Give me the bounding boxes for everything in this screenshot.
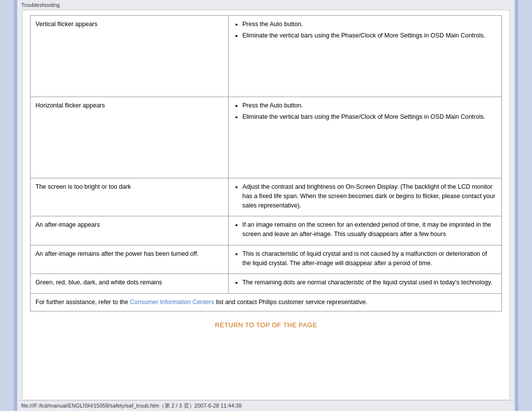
solution-cell: If an image remains on the screen for an… bbox=[228, 216, 501, 245]
problem-cell: Vertical flicker appears bbox=[31, 16, 229, 97]
left-sidebar-inner bbox=[0, 0, 14, 411]
problem-text: An after-image remains after the power h… bbox=[35, 250, 199, 257]
left-sidebar bbox=[0, 0, 17, 411]
status-bar: file:///F:/lcd/manual/ENGLISH/15058/safe… bbox=[17, 400, 515, 411]
solution-list: The remaining dots are normal characteri… bbox=[242, 278, 497, 287]
list-item: If an image remains on the screen for an… bbox=[242, 220, 497, 239]
right-sidebar bbox=[515, 0, 532, 411]
problem-text: An after-image appears bbox=[35, 221, 100, 228]
list-item: Adjust the contrast and brightness on On… bbox=[242, 182, 497, 210]
list-item: Press the Auto button. bbox=[242, 101, 497, 110]
solution-cell: Press the Auto button. Eliminate the ver… bbox=[228, 16, 501, 97]
troubleshooting-table: Vertical flicker appears Press the Auto … bbox=[30, 15, 502, 311]
table-row: An after-image appears If an image remai… bbox=[31, 216, 502, 245]
footer-text-after: list and contact Philips customer servic… bbox=[214, 299, 367, 306]
table-row: Horizontal flicker appears Press the Aut… bbox=[31, 97, 502, 178]
table-row: Green, red, blue, dark, and white dots r… bbox=[31, 274, 502, 294]
page-wrapper: Troubleshooting Vertical flicker appears… bbox=[0, 0, 532, 411]
top-bar: Troubleshooting bbox=[17, 0, 515, 10]
footer-text-before: For further assistance, refer to the bbox=[35, 299, 130, 306]
solution-list: If an image remains on the screen for an… bbox=[242, 220, 497, 239]
status-text: file:///F:/lcd/manual/ENGLISH/15058/safe… bbox=[21, 403, 242, 409]
list-item: The remaining dots are normal characteri… bbox=[242, 278, 497, 287]
right-sidebar-inner bbox=[518, 0, 532, 411]
main-content: Vertical flicker appears Press the Auto … bbox=[22, 10, 510, 400]
problem-text: Vertical flicker appears bbox=[35, 21, 98, 28]
problem-cell: The screen is too bright or too dark bbox=[31, 178, 229, 216]
content-area: Troubleshooting Vertical flicker appears… bbox=[17, 0, 515, 411]
problem-cell: An after-image appears bbox=[31, 216, 229, 245]
solution-list: Press the Auto button. Eliminate the ver… bbox=[242, 101, 497, 122]
problem-cell: Horizontal flicker appears bbox=[31, 97, 229, 178]
consumer-info-link[interactable]: Consumer Information Centers bbox=[130, 299, 214, 306]
return-section: RETURN TO TOP OF THE PAGE bbox=[30, 311, 502, 334]
table-row: An after-image remains after the power h… bbox=[31, 245, 502, 274]
list-item: Eliminate the vertical bars using the Ph… bbox=[242, 112, 497, 122]
list-item: Press the Auto button. bbox=[242, 20, 497, 29]
solution-list: Adjust the contrast and brightness on On… bbox=[242, 182, 497, 210]
table-row: Vertical flicker appears Press the Auto … bbox=[31, 16, 502, 97]
solution-cell: Adjust the contrast and brightness on On… bbox=[228, 178, 501, 216]
problem-cell: An after-image remains after the power h… bbox=[31, 245, 229, 274]
footer-row: For further assistance, refer to the Con… bbox=[31, 294, 502, 311]
problem-text: Horizontal flicker appears bbox=[35, 102, 105, 109]
return-to-top-link[interactable]: RETURN TO TOP OF THE PAGE bbox=[215, 321, 317, 329]
solution-list: This is characteristic of liquid crystal… bbox=[242, 249, 497, 268]
list-item: This is characteristic of liquid crystal… bbox=[242, 249, 497, 268]
table-row: The screen is too bright or too dark Adj… bbox=[31, 178, 502, 216]
solution-cell: The remaining dots are normal characteri… bbox=[228, 274, 501, 294]
problem-cell: Green, red, blue, dark, and white dots r… bbox=[31, 274, 229, 294]
page-title: Troubleshooting bbox=[21, 2, 60, 8]
solution-cell: Press the Auto button. Eliminate the ver… bbox=[228, 97, 501, 178]
solution-list: Press the Auto button. Eliminate the ver… bbox=[242, 20, 497, 40]
problem-text: Green, red, blue, dark, and white dots r… bbox=[35, 279, 162, 286]
solution-cell: This is characteristic of liquid crystal… bbox=[228, 245, 501, 274]
footer-cell: For further assistance, refer to the Con… bbox=[31, 294, 502, 311]
problem-text: The screen is too bright or too dark bbox=[35, 183, 131, 190]
list-item: Eliminate the vertical bars using the Ph… bbox=[242, 31, 497, 40]
